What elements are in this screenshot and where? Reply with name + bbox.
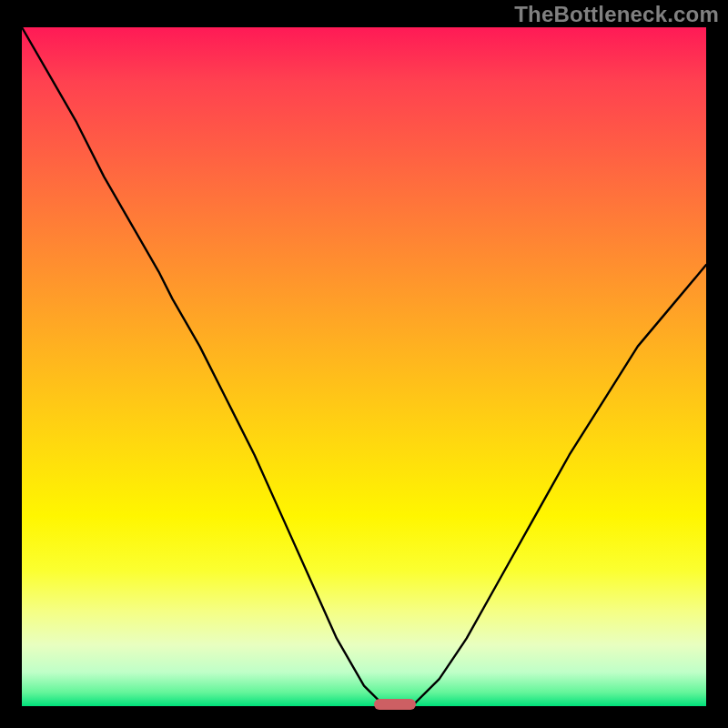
bottleneck-curve	[22, 27, 706, 706]
chart-container: TheBottleneck.com	[0, 0, 728, 728]
curve-left	[22, 27, 381, 703]
curve-right	[415, 265, 706, 703]
watermark-text: TheBottleneck.com	[514, 2, 719, 27]
bottleneck-marker	[374, 699, 416, 710]
